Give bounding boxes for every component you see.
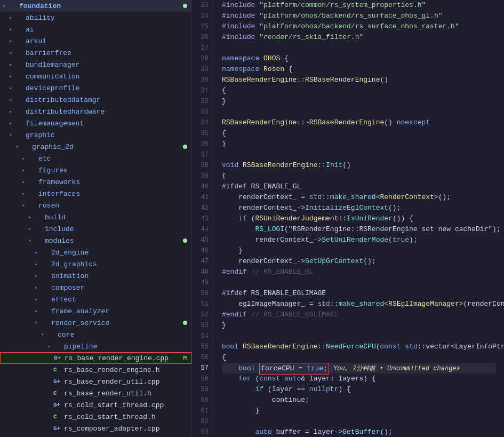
- cpp-file-icon: G+: [53, 378, 60, 385]
- line-number: 27: [196, 43, 209, 53]
- tree-item-interfaces[interactable]: ▸interfaces: [0, 188, 191, 200]
- line-number: 61: [196, 406, 209, 416]
- line-number: 44: [196, 224, 209, 235]
- tree-item-frameworks[interactable]: ▸frameworks: [0, 176, 191, 188]
- tree-item-distributedhardware[interactable]: ▸distributedhardware: [0, 106, 191, 117]
- code-line: [222, 43, 495, 53]
- tree-item-label: interfaces: [38, 190, 187, 198]
- tree-item-label: frameworks: [38, 178, 187, 186]
- tree-item-foundation[interactable]: ▾foundation: [0, 0, 191, 12]
- tree-item-pipeline[interactable]: ▸pipeline: [0, 340, 191, 352]
- line-number: 35: [196, 128, 209, 139]
- tree-item-rs_composer_adapter_cpp[interactable]: G+rs_composer_adapter.cpp: [0, 423, 191, 434]
- tree-item-communication[interactable]: ▸communication: [0, 70, 191, 82]
- line-number: 32: [196, 96, 209, 107]
- tree-item-core[interactable]: ▾core: [0, 329, 191, 340]
- tree-item-distributeddatamgr[interactable]: ▸distributeddatamgr: [0, 94, 191, 106]
- tree-item-effect[interactable]: ▸effect: [0, 293, 191, 305]
- tree-item-rs_base_render_engine_cpp[interactable]: G+rs_base_render_engine.cppM: [0, 352, 191, 364]
- line-number: 38: [196, 160, 209, 171]
- tree-item-ability[interactable]: ▸ability: [0, 12, 191, 23]
- line-number: 41: [196, 192, 209, 203]
- tree-item-arkui[interactable]: ▸arkui: [0, 35, 191, 47]
- line-number: 31: [196, 85, 209, 96]
- code-line: }: [222, 139, 495, 149]
- code-line: #include "render/rs_skia_filter.h": [222, 32, 495, 43]
- tree-item-label: graphic: [26, 131, 187, 139]
- h-file-icon: C: [53, 390, 57, 396]
- tree-item-label: graphic_2d: [32, 143, 181, 151]
- tree-item-animation[interactable]: ▸animation: [0, 270, 191, 282]
- line-number: 59: [196, 384, 209, 395]
- line-number: 47: [196, 256, 209, 267]
- code-line: {: [222, 128, 495, 139]
- tree-item-rosen[interactable]: ▾rosen: [0, 200, 191, 211]
- tree-item-bundlemanager[interactable]: ▸bundlemanager: [0, 59, 191, 70]
- line-number: 63: [196, 427, 209, 437]
- tree-item-label: rs_base_render_util.h: [64, 390, 187, 398]
- code-line: eglImageManager_ = std::make_shared<RSEg…: [222, 299, 495, 309]
- tree-arrow-icon: ▸: [32, 261, 41, 267]
- line-number: 28: [196, 53, 209, 64]
- tree-item-rs_base_render_util_cpp[interactable]: G+rs_base_render_util.cpp: [0, 376, 191, 387]
- tree-item-rs_cold_start_thread_cpp[interactable]: G+rs_cold_start_thread.cpp: [0, 399, 191, 411]
- tree-item-label: effect: [51, 296, 187, 304]
- cursor-selection: forceCPU = true;: [259, 363, 329, 375]
- tree-item-frame_analyzer[interactable]: ▸frame_analyzer: [0, 305, 191, 317]
- tree-item-build[interactable]: ▸build: [0, 211, 191, 223]
- tree-item-label: foundation: [19, 2, 181, 10]
- tree-item-2d_engine[interactable]: ▸2d_engine: [0, 247, 191, 258]
- tree-item-graphic[interactable]: ▾graphic: [0, 129, 191, 141]
- cpp-file-icon: G+: [53, 402, 60, 408]
- line-number: 29: [196, 64, 209, 75]
- line-number: 60: [196, 395, 209, 406]
- line-number: 51: [196, 299, 209, 309]
- tree-item-label: rs_base_render_util.cpp: [64, 378, 187, 386]
- tree-arrow-icon: ▾: [19, 202, 28, 209]
- tree-item-label: ability: [26, 14, 187, 22]
- tree-item-figures[interactable]: ▸figures: [0, 164, 191, 176]
- code-area[interactable]: 2324252627282930313233343536373839404142…: [192, 0, 504, 437]
- tree-item-label: rosen: [38, 202, 187, 210]
- tree-item-label: distributeddatamgr: [26, 96, 187, 104]
- line-number: 57: [196, 363, 209, 374]
- tree-item-modules[interactable]: ▾modules: [0, 235, 191, 247]
- tree-item-filemanagement[interactable]: ▸filemanagement: [0, 117, 191, 129]
- tree-item-rs_base_render_util_h[interactable]: Crs_base_render_util.h: [0, 387, 191, 399]
- code-line: if (layer == nullptr) {: [222, 384, 495, 395]
- code-line: bool RSBaseRenderEngine::NeedForceCPU(co…: [222, 341, 495, 352]
- modified-badge: M: [183, 355, 187, 361]
- tree-item-etc[interactable]: ▸etc: [0, 153, 191, 164]
- tree-item-label: ai: [26, 26, 187, 34]
- file-tree[interactable]: ▾foundation▸ability▸ai▸arkui▸barrierfree…: [0, 0, 192, 437]
- code-line: [222, 107, 495, 117]
- line-number: 62: [196, 416, 209, 427]
- change-dot: [183, 145, 187, 149]
- tree-item-deviceprofile[interactable]: ▸deviceprofile: [0, 82, 191, 94]
- tree-item-rs_cold_start_thread_h[interactable]: Crs_cold_start_thread.h: [0, 411, 191, 423]
- tree-item-rs_base_render_engine_h[interactable]: Crs_base_render_engine.h: [0, 364, 191, 376]
- code-content: #include "platform/common/rs_system_prop…: [213, 0, 504, 437]
- tree-item-label: 2d_engine: [51, 249, 187, 257]
- code-line: {: [222, 85, 495, 96]
- tree-arrow-icon: ▸: [19, 190, 28, 197]
- tree-item-2d_graphics[interactable]: ▸2d_graphics: [0, 258, 191, 270]
- tree-arrow-icon: ▸: [6, 14, 15, 21]
- cpp-file-icon: G+: [54, 355, 61, 361]
- tree-item-composer[interactable]: ▸composer: [0, 282, 191, 293]
- tree-item-ai[interactable]: ▸ai: [0, 23, 191, 35]
- hint-dot: You, 2分钟前 • Uncommitted changes: [333, 365, 460, 372]
- tree-item-label: arkui: [26, 37, 187, 45]
- tree-item-label: bundlemanager: [26, 61, 187, 69]
- tree-item-include[interactable]: ▸include: [0, 223, 191, 235]
- code-line: #include "platform/ohos/backend/rs_surfa…: [222, 11, 495, 21]
- line-number: 53: [196, 320, 209, 331]
- tree-arrow-icon: ▸: [6, 85, 15, 91]
- keyword: true: [307, 364, 323, 372]
- tree-item-graphic_2d[interactable]: ▾graphic_2d: [0, 141, 191, 153]
- tree-item-render_service[interactable]: ▾render_service: [0, 317, 191, 329]
- tree-item-label: render_service: [51, 319, 181, 327]
- tree-item-barrierfree[interactable]: ▸barrierfree: [0, 47, 191, 59]
- code-editor: 2324252627282930313233343536373839404142…: [192, 0, 504, 437]
- git-blame-hint: You, 2分钟前 • Uncommitted changes: [333, 365, 460, 372]
